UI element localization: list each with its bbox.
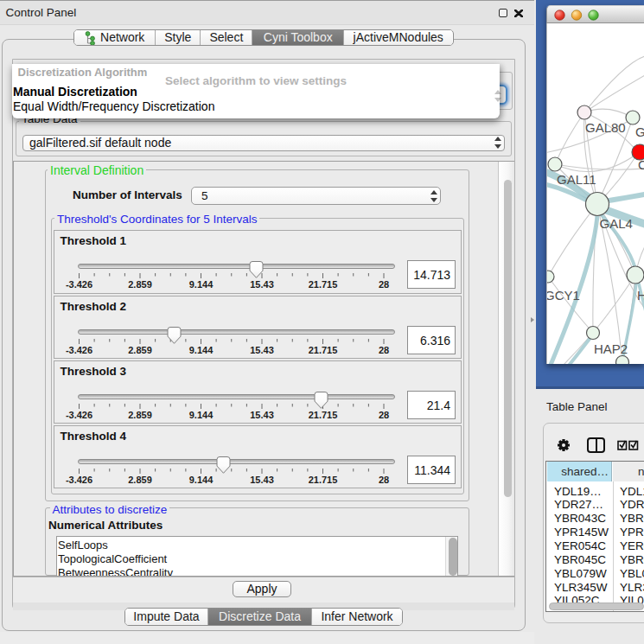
svg-text:HAP2: HAP2 <box>594 341 628 356</box>
svg-text:GAL80: GAL80 <box>585 120 626 135</box>
svg-text:GCY1: GCY1 <box>547 288 580 303</box>
svg-text:C: C <box>638 157 644 172</box>
svg-text:GA: GA <box>635 124 644 139</box>
svg-text:GAL11: GAL11 <box>557 172 596 187</box>
svg-text:H: H <box>637 288 644 303</box>
svg-text:GAL4: GAL4 <box>600 216 633 231</box>
